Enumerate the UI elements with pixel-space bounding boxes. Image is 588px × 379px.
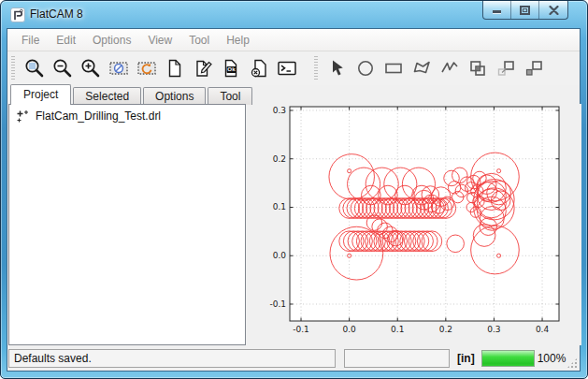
svg-text:0.2: 0.2 xyxy=(439,325,452,334)
zoom-out-button[interactable] xyxy=(49,55,77,81)
app-window: FlatCAM 8 File Edit Options View Tool He… xyxy=(0,0,588,379)
draw-polygon-button[interactable] xyxy=(408,55,436,81)
menu-view[interactable]: View xyxy=(139,30,180,51)
status-field-2 xyxy=(344,349,450,368)
replot-icon xyxy=(136,57,158,80)
tab-project[interactable]: Project xyxy=(10,84,71,105)
maximize-button[interactable] xyxy=(511,1,539,19)
zoom-fit-button[interactable] xyxy=(21,55,49,81)
zoom-in-button[interactable] xyxy=(77,55,105,81)
svg-text:0.0: 0.0 xyxy=(273,251,287,260)
edit-file-icon xyxy=(192,57,214,80)
svg-text:0.3: 0.3 xyxy=(487,325,500,334)
tree-item-label: FlatCam_Drilling_Test.drl xyxy=(36,109,161,123)
flatcam-logo-icon xyxy=(10,7,25,22)
polygon-icon xyxy=(410,57,433,80)
open-project-button[interactable] xyxy=(189,55,217,81)
draw-circle-button[interactable] xyxy=(351,55,380,81)
toolbar-handle[interactable] xyxy=(11,56,15,80)
zoom-out-icon xyxy=(51,57,74,80)
pointer-icon xyxy=(326,57,349,80)
drill-icon xyxy=(15,109,30,124)
plot-svg: -0.10.00.10.20.30.4-0.10.00.10.20.3 xyxy=(261,104,581,345)
svg-text:0.4: 0.4 xyxy=(536,325,550,334)
tab-selected[interactable]: Selected xyxy=(73,87,141,105)
menu-options[interactable]: Options xyxy=(84,30,139,51)
zoom-fit-icon xyxy=(23,57,46,80)
replot-button[interactable] xyxy=(133,55,161,81)
plot-area[interactable]: -0.10.00.10.20.30.4-0.10.00.10.20.3 xyxy=(261,104,581,345)
zoom-in-icon xyxy=(79,57,102,80)
svg-text:-0.1: -0.1 xyxy=(293,325,309,334)
menu-file[interactable]: File xyxy=(13,30,48,51)
close-button[interactable] xyxy=(539,1,567,19)
shell-button[interactable] xyxy=(273,55,301,81)
menu-tool[interactable]: Tool xyxy=(180,30,218,51)
units-label: [in] xyxy=(457,352,475,365)
menu-help[interactable]: Help xyxy=(218,30,258,51)
progress-bar xyxy=(481,350,535,367)
svg-text:0.2: 0.2 xyxy=(273,154,286,164)
new-project-button[interactable] xyxy=(161,55,189,81)
status-bar: Defaults saved. [in] 100% xyxy=(7,345,580,371)
save-project-button[interactable]: Ok xyxy=(217,55,245,81)
terminal-icon xyxy=(276,57,298,80)
panel-tabs: Project Selected Options Tool xyxy=(10,86,254,105)
svg-text:0.0: 0.0 xyxy=(342,325,356,334)
circle-icon xyxy=(354,57,377,80)
toolbar-handle-2[interactable] xyxy=(314,56,318,80)
title-bar[interactable]: FlatCAM 8 xyxy=(1,1,587,28)
menu-bar: File Edit Options View Tool Help xyxy=(7,29,580,51)
client-area: File Edit Options View Tool Help xyxy=(7,28,581,372)
caption-buttons xyxy=(482,1,568,20)
tool-bar: Ok xyxy=(7,51,580,85)
draw-rectangle-button[interactable] xyxy=(380,55,408,81)
ok-file-icon: Ok xyxy=(220,57,242,80)
draw-polyline-button[interactable] xyxy=(436,55,464,81)
window-title: FlatCAM 8 xyxy=(30,7,83,21)
copy-icon xyxy=(495,57,517,80)
union-icon xyxy=(466,57,489,80)
tab-tool[interactable]: Tool xyxy=(208,87,252,105)
svg-text:0.3: 0.3 xyxy=(273,106,286,115)
copy-object-button[interactable] xyxy=(492,55,520,81)
delete-object-button[interactable] xyxy=(245,55,273,81)
select-tool-button[interactable] xyxy=(323,55,351,81)
status-message: Defaults saved. xyxy=(8,349,336,368)
rectangle-icon xyxy=(382,57,405,80)
resize-grip[interactable] xyxy=(567,358,577,368)
menu-edit[interactable]: Edit xyxy=(48,30,84,51)
tab-options[interactable]: Options xyxy=(143,87,206,105)
project-tree[interactable]: FlatCam_Drilling_Test.drl xyxy=(8,104,246,345)
move-icon xyxy=(523,57,545,80)
svg-text:0.1: 0.1 xyxy=(273,202,286,211)
svg-text:Ok: Ok xyxy=(227,66,236,72)
union-button[interactable] xyxy=(464,55,492,81)
delete-file-icon xyxy=(248,57,270,80)
new-file-icon xyxy=(164,57,186,80)
tree-item-drill-file[interactable]: FlatCam_Drilling_Test.drl xyxy=(9,105,245,125)
clear-plot-icon xyxy=(108,57,130,80)
progress-percent: 100% xyxy=(538,352,566,365)
svg-text:0.1: 0.1 xyxy=(391,325,404,334)
move-object-button[interactable] xyxy=(520,55,548,81)
minimize-button[interactable] xyxy=(483,1,511,19)
polyline-icon xyxy=(438,57,461,80)
clear-plot-button[interactable] xyxy=(105,55,133,81)
svg-text:-0.1: -0.1 xyxy=(269,299,286,309)
